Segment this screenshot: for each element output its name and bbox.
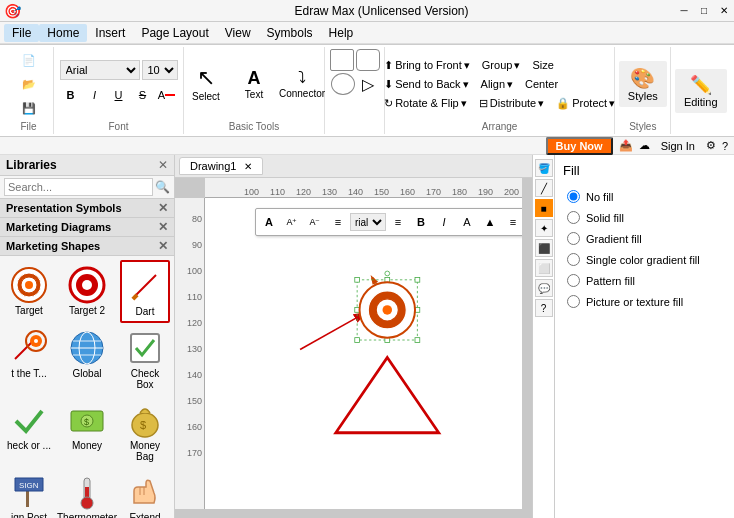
sidebar-section-marketing-diagrams[interactable]: Marketing Diagrams ✕: [0, 218, 174, 237]
bold-button[interactable]: B: [60, 84, 82, 106]
rect-shape-button[interactable]: [330, 49, 354, 71]
italic-button[interactable]: I: [84, 84, 106, 106]
fill-option-no-fill[interactable]: No fill: [563, 188, 726, 205]
save-button[interactable]: 💾: [18, 97, 40, 119]
fill-option-gradient[interactable]: Gradient fill: [563, 230, 726, 247]
send-to-back-button[interactable]: ⬇ Send to Back ▾: [379, 76, 473, 93]
fill-option-picture[interactable]: Picture or texture fill: [563, 293, 726, 310]
shape-item-hand[interactable]: Extend Hand: [120, 467, 170, 518]
shape-item-target-small[interactable]: t the T...: [4, 323, 54, 395]
strikethrough-button[interactable]: S: [132, 84, 154, 106]
editing-button[interactable]: ✏️ Editing: [675, 69, 727, 113]
float-align[interactable]: ≡: [327, 211, 349, 233]
fill-icon-5[interactable]: ⬛: [535, 239, 553, 257]
open-button[interactable]: 📂: [18, 73, 40, 95]
shape-item-dart[interactable]: Dart: [120, 260, 170, 323]
shape-item-money-bag[interactable]: $ Money Bag: [120, 395, 170, 467]
float-italic[interactable]: I: [433, 211, 455, 233]
circle-shape-button[interactable]: [331, 73, 355, 95]
fill-option-solid[interactable]: Solid fill: [563, 209, 726, 226]
rounded-rect-button[interactable]: [356, 49, 380, 71]
sign-label: ign Post: [11, 512, 47, 518]
sidebar-close-button[interactable]: ✕: [158, 158, 168, 172]
bring-to-front-button[interactable]: ⬆ Bring to Front ▾: [379, 57, 475, 74]
group-button[interactable]: Group ▾: [477, 57, 526, 74]
float-list[interactable]: ≡: [502, 211, 522, 233]
float-font-select[interactable]: rial: [350, 213, 386, 231]
new-button[interactable]: 📄: [18, 49, 40, 71]
single-color-radio[interactable]: [567, 253, 580, 266]
connector-button[interactable]: ⤵ Connector: [279, 66, 325, 103]
money-bag-icon: $: [125, 400, 165, 440]
shape-item-money[interactable]: $ Money: [54, 395, 120, 467]
fill-option-pattern[interactable]: Pattern fill: [563, 272, 726, 289]
float-bold[interactable]: B: [410, 211, 432, 233]
gradient-fill-radio[interactable]: [567, 232, 580, 245]
menu-help[interactable]: Help: [321, 24, 362, 42]
arrow-shape-button[interactable]: ▷: [357, 73, 379, 95]
shape-item-sign[interactable]: SIGN ign Post: [4, 467, 54, 518]
align-button[interactable]: Align ▾: [476, 76, 518, 93]
float-text-shrink[interactable]: A⁻: [304, 211, 326, 233]
shape-item-checkbox[interactable]: Check Box: [120, 323, 170, 395]
shape-item-thermometer[interactable]: Thermometer: [54, 467, 120, 518]
picture-fill-radio[interactable]: [567, 295, 580, 308]
fill-icon-8[interactable]: ?: [535, 299, 553, 317]
text-color-button[interactable]: A: [156, 84, 178, 106]
target2-label: Target 2: [69, 305, 105, 316]
menu-insert[interactable]: Insert: [87, 24, 133, 42]
fill-icon-4[interactable]: ✦: [535, 219, 553, 237]
float-more[interactable]: ≡: [387, 211, 409, 233]
fill-icon-2[interactable]: ╱: [535, 179, 553, 197]
styles-button[interactable]: 🎨 Styles: [619, 61, 667, 107]
font-size-select[interactable]: 10: [142, 60, 178, 80]
rotate-flip-button[interactable]: ↻ Rotate & Flip ▾: [379, 95, 472, 112]
minimize-button[interactable]: ─: [674, 0, 694, 22]
buy-now-button[interactable]: Buy Now: [546, 137, 613, 155]
font-family-select[interactable]: Arial: [60, 60, 140, 80]
fill-icon-3[interactable]: ■: [535, 199, 553, 217]
distribute-button[interactable]: ⊟ Distribute ▾: [474, 95, 549, 112]
sidebar-section-presentation[interactable]: Presentation Symbols ✕: [0, 199, 174, 218]
select-button[interactable]: ↖ Select: [183, 63, 229, 106]
shape-item-target2[interactable]: Target 2: [54, 260, 120, 323]
sidebar-section-marketing-shapes[interactable]: Marketing Shapes ✕: [0, 237, 174, 256]
menu-view[interactable]: View: [217, 24, 259, 42]
float-triangle[interactable]: ▲: [479, 211, 501, 233]
marketing-shapes-close-icon[interactable]: ✕: [158, 239, 168, 253]
svg-text:SIGN: SIGN: [19, 481, 39, 490]
maximize-button[interactable]: □: [694, 0, 714, 22]
menu-file[interactable]: File: [4, 24, 39, 42]
marketing-diagrams-close-icon[interactable]: ✕: [158, 220, 168, 234]
search-icon[interactable]: 🔍: [155, 180, 170, 194]
shape-item-check[interactable]: heck or ...: [4, 395, 54, 467]
canvas-tab-drawing1[interactable]: Drawing1 ✕: [179, 157, 263, 175]
no-fill-radio[interactable]: [567, 190, 580, 203]
center-button[interactable]: Center: [520, 76, 563, 92]
float-text-btn[interactable]: A: [258, 211, 280, 233]
sidebar-search-input[interactable]: [4, 178, 153, 196]
menu-symbols[interactable]: Symbols: [259, 24, 321, 42]
fill-icon-1[interactable]: 🪣: [535, 159, 553, 177]
presentation-close-icon[interactable]: ✕: [158, 201, 168, 215]
sign-in-button[interactable]: Sign In: [656, 138, 700, 154]
styles-content: 🎨 Styles: [619, 49, 667, 119]
shape-item-globe[interactable]: Global: [54, 323, 120, 395]
solid-fill-radio[interactable]: [567, 211, 580, 224]
fill-icon-6[interactable]: ⬜: [535, 259, 553, 277]
underline-button[interactable]: U: [108, 84, 130, 106]
canvas-tab-close[interactable]: ✕: [244, 161, 252, 172]
menu-page-layout[interactable]: Page Layout: [133, 24, 216, 42]
pattern-fill-radio[interactable]: [567, 274, 580, 287]
size-button[interactable]: Size: [527, 57, 558, 73]
shape-item-target[interactable]: Target: [4, 260, 54, 323]
protect-button[interactable]: 🔒 Protect ▾: [551, 95, 620, 112]
text-button[interactable]: A Text: [231, 65, 277, 104]
float-color[interactable]: A: [456, 211, 478, 233]
float-text-grow[interactable]: A⁺: [281, 211, 303, 233]
drawing-canvas[interactable]: A A⁺ A⁻ ≡ rial ≡ B I A ▲ ≡ •: [205, 198, 522, 509]
fill-option-single-color[interactable]: Single color gradient fill: [563, 251, 726, 268]
fill-icon-7[interactable]: 💬: [535, 279, 553, 297]
close-button[interactable]: ✕: [714, 0, 734, 22]
menu-home[interactable]: Home: [39, 24, 87, 42]
